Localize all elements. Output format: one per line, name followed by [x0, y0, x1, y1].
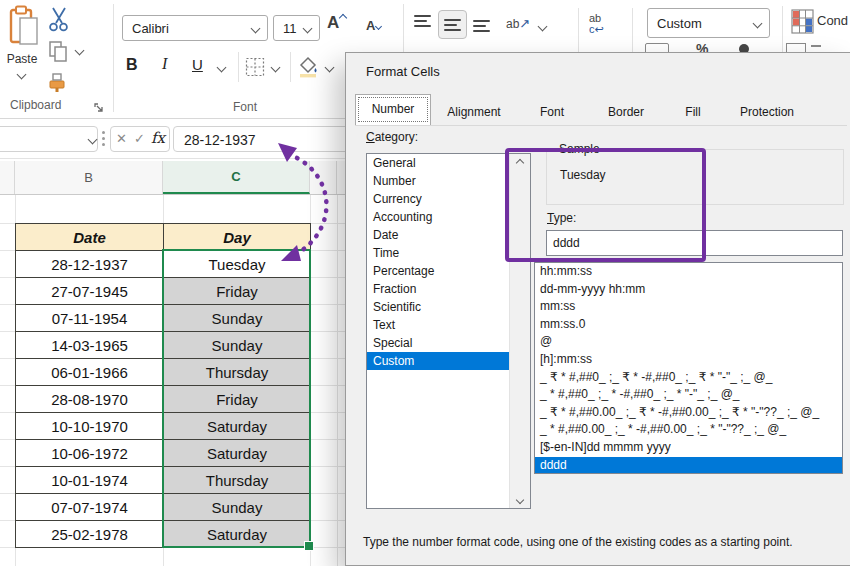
category-item[interactable]: Fraction [367, 280, 530, 298]
formula-bar-drag-handle[interactable] [102, 131, 105, 146]
comma-style-icon[interactable] [739, 44, 749, 52]
tab-fill[interactable]: Fill [665, 99, 721, 125]
category-item[interactable]: Scientific [367, 298, 530, 316]
day-cell[interactable]: Saturday [164, 413, 311, 440]
italic-button[interactable]: I [162, 55, 167, 73]
tab-protection[interactable]: Protection [721, 99, 813, 125]
copy-dropdown-chevron[interactable] [75, 46, 85, 56]
type-input[interactable]: dddd [546, 230, 843, 256]
copy-button[interactable] [49, 41, 69, 67]
category-item[interactable]: Date [367, 226, 530, 244]
orientation-dropdown-chevron[interactable] [538, 22, 548, 32]
category-item[interactable]: Percentage [367, 262, 530, 280]
tab-alignment[interactable]: Alignment [431, 99, 517, 125]
paste-button[interactable] [8, 5, 42, 49]
decrease-decimal-icon[interactable] [811, 45, 821, 47]
format-code-item[interactable]: dddd [535, 457, 842, 474]
tab-number[interactable]: Number [355, 94, 431, 125]
font-name-combo[interactable]: Calibri [122, 15, 268, 41]
format-code-item[interactable]: [$-en-IN]dd mmmm yyyy [535, 439, 842, 457]
format-code-list[interactable]: hh:mm:ssdd-mm-yyyy hh:mmmm:ssmm:ss.0@[h]… [534, 262, 843, 474]
date-cell[interactable]: 10-01-1974 [16, 467, 164, 494]
day-cell[interactable]: Thursday [164, 359, 311, 386]
format-code-item[interactable]: hh:mm:ss [535, 263, 842, 281]
column-header-a[interactable] [0, 161, 15, 194]
date-cell[interactable]: 07-11-1954 [16, 305, 164, 332]
date-cell[interactable]: 10-10-1970 [16, 413, 164, 440]
font-size-combo[interactable]: 11 [273, 15, 320, 41]
category-item[interactable]: Number [367, 172, 530, 190]
column-header-b[interactable]: B [15, 161, 163, 194]
increase-font-size-button[interactable]: A [327, 13, 345, 33]
fill-color-button[interactable] [297, 56, 319, 82]
format-code-item[interactable]: mm:ss.0 [535, 316, 842, 334]
tab-border[interactable]: Border [587, 99, 665, 125]
percent-style-icon[interactable]: % [696, 41, 708, 52]
orientation-button[interactable]: ab↗ [506, 16, 530, 31]
increase-decimal-icon[interactable] [786, 43, 806, 52]
category-list-scrollbar[interactable] [509, 154, 530, 508]
name-box[interactable] [0, 126, 98, 152]
format-code-item[interactable]: _ * #,##0.00_ ;_ * -#,##0.00_ ;_ * "-"??… [535, 421, 842, 439]
enter-button[interactable]: ✓ [134, 131, 145, 146]
top-align-button[interactable] [414, 15, 431, 27]
header-cell[interactable]: Day [164, 224, 311, 251]
clipboard-dialog-launcher-icon[interactable] [94, 100, 105, 118]
scroll-down-icon[interactable] [510, 491, 530, 508]
bottom-align-button[interactable] [473, 20, 490, 32]
date-cell[interactable]: 25-02-1978 [16, 521, 164, 548]
paste-label[interactable]: Paste [0, 52, 44, 66]
header-cell[interactable]: Date [16, 224, 164, 251]
date-cell[interactable]: 28-12-1937 [16, 251, 164, 278]
day-cell[interactable]: Saturday [164, 521, 311, 548]
cut-button[interactable] [48, 7, 70, 37]
borders-button[interactable] [245, 57, 265, 81]
date-cell[interactable]: 06-01-1966 [16, 359, 164, 386]
category-list[interactable]: GeneralNumberCurrencyAccountingDateTimeP… [366, 153, 531, 509]
cancel-button[interactable]: ✕ [116, 131, 127, 146]
paste-dropdown-chevron[interactable] [17, 70, 27, 80]
day-cell[interactable]: Friday [164, 386, 311, 413]
insert-function-button[interactable]: fx [151, 129, 165, 147]
format-code-item[interactable]: _ ₹ * #,##0_ ;_ ₹ * -#,##0_ ;_ ₹ * "-"_ … [535, 369, 842, 387]
category-item[interactable]: Custom [367, 352, 530, 370]
date-cell[interactable]: 10-06-1972 [16, 440, 164, 467]
format-code-item[interactable]: _ ₹ * #,##0.00_ ;_ ₹ * -#,##0.00_ ;_ ₹ *… [535, 404, 842, 422]
number-format-combo[interactable]: Custom [647, 8, 770, 38]
column-header-d[interactable] [310, 161, 337, 194]
day-cell[interactable]: Thursday [164, 467, 311, 494]
borders-dropdown-chevron[interactable] [271, 63, 281, 73]
day-cell[interactable]: Sunday [164, 305, 311, 332]
tab-font[interactable]: Font [517, 99, 587, 125]
category-item[interactable]: Accounting [367, 208, 530, 226]
fill-color-dropdown-chevron[interactable] [325, 63, 335, 73]
date-cell[interactable]: 27-07-1945 [16, 278, 164, 305]
day-cell[interactable]: Saturday [164, 440, 311, 467]
day-cell[interactable]: Friday [164, 278, 311, 305]
wrap-text-button[interactable]: ab c↩ [589, 13, 604, 35]
day-cell[interactable]: Sunday [164, 332, 311, 359]
date-cell[interactable]: 14-03-1965 [16, 332, 164, 359]
bold-button[interactable]: B [126, 56, 138, 74]
conditional-formatting-button[interactable] [791, 8, 814, 39]
format-code-item[interactable]: dd-mm-yyyy hh:mm [535, 281, 842, 299]
format-code-item[interactable]: mm:ss [535, 298, 842, 316]
middle-align-button[interactable] [438, 10, 467, 39]
category-item[interactable]: Time [367, 244, 530, 262]
day-cell[interactable]: Sunday [164, 494, 311, 521]
decrease-font-size-button[interactable]: A [366, 18, 380, 33]
category-item[interactable]: General [367, 154, 530, 172]
underline-button[interactable]: U [192, 56, 203, 73]
date-cell[interactable]: 28-08-1970 [16, 386, 164, 413]
format-code-item[interactable]: _ * #,##0_ ;_ * -#,##0_ ;_ * "-"_ ;_ @_ [535, 386, 842, 404]
format-code-item[interactable]: [h]:mm:ss [535, 351, 842, 369]
category-item[interactable]: Special [367, 334, 530, 352]
format-code-item[interactable]: @ [535, 333, 842, 351]
format-painter-button[interactable] [46, 71, 68, 97]
category-item[interactable]: Text [367, 316, 530, 334]
merge-center-icon[interactable] [645, 43, 669, 52]
column-header-c[interactable]: C [163, 161, 310, 194]
scroll-up-icon[interactable] [510, 154, 530, 171]
category-item[interactable]: Currency [367, 190, 530, 208]
underline-dropdown-chevron[interactable] [217, 63, 227, 73]
